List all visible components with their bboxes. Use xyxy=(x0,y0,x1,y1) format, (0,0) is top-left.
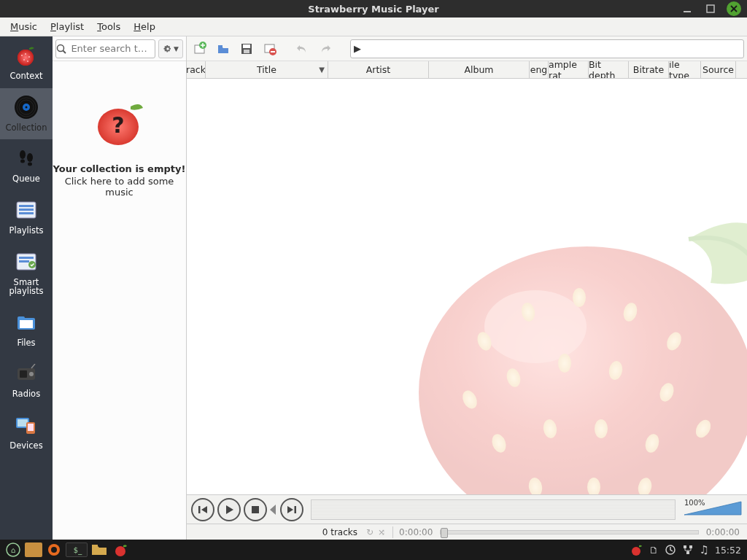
tray-strawberry-icon[interactable] xyxy=(630,543,643,556)
empty-title: Your collection is empty! xyxy=(53,163,186,174)
sidebar-item-label: Files xyxy=(0,338,53,348)
sidebar-item-collection[interactable]: Collection xyxy=(0,88,53,140)
sidebar-item-context[interactable]: Context xyxy=(0,36,53,88)
show-desktop-button[interactable] xyxy=(25,542,42,557)
sidebar-item-smart-playlists[interactable]: Smart playlists xyxy=(0,243,53,303)
svg-point-63 xyxy=(558,354,571,373)
footsteps-icon xyxy=(0,145,53,171)
column-header[interactable]: Title▼ xyxy=(206,61,328,78)
seek-thumb[interactable] xyxy=(441,528,448,538)
svg-point-10 xyxy=(27,61,28,62)
redo-button[interactable] xyxy=(315,39,336,58)
collection-options-button[interactable]: ▼ xyxy=(158,39,183,58)
svg-rect-22 xyxy=(19,209,34,211)
svg-point-82 xyxy=(115,546,125,556)
column-header[interactable]: ample rat xyxy=(549,61,589,78)
window-titlebar: Strawberry Music Player xyxy=(0,0,747,18)
svg-rect-49 xyxy=(243,44,250,48)
seek-slider[interactable] xyxy=(440,530,698,534)
svg-rect-76 xyxy=(295,506,297,513)
close-button[interactable] xyxy=(727,1,741,16)
path-bar[interactable]: ▶ xyxy=(350,39,744,58)
search-input[interactable] xyxy=(71,43,155,54)
svg-point-83 xyxy=(632,547,640,556)
time-elapsed: 0:00:00 xyxy=(396,527,436,537)
column-header[interactable]: ile type xyxy=(669,61,701,78)
strawberry-question-icon: ? xyxy=(90,98,149,149)
shuffle-icon[interactable]: ⤨ xyxy=(378,527,385,537)
svg-point-15 xyxy=(26,106,28,108)
strawberry-icon xyxy=(0,42,53,69)
collection-pane: ▼ ? Your collection is empty! Click here… xyxy=(53,36,187,540)
firefox-task[interactable] xyxy=(44,541,64,559)
svg-point-41 xyxy=(166,47,169,50)
system-taskbar: ⌂ $_ 🗋 ♫ 15:52 xyxy=(0,540,747,560)
repeat-icon[interactable]: ↻ xyxy=(366,527,374,537)
clock[interactable]: 15:52 xyxy=(712,545,744,556)
sidebar-item-files[interactable]: Files xyxy=(0,303,53,355)
column-header[interactable]: Source xyxy=(701,61,736,78)
search-input-wrapper[interactable] xyxy=(55,39,155,58)
track-count: 0 tracks xyxy=(191,527,362,537)
new-playlist-button[interactable] xyxy=(190,39,210,58)
path-arrow-icon: ▶ xyxy=(354,43,361,54)
save-playlist-button[interactable] xyxy=(236,39,257,58)
sidebar-item-playlists[interactable]: Playlists xyxy=(0,191,53,243)
smart-playlist-icon xyxy=(0,249,53,275)
svg-point-17 xyxy=(20,160,25,163)
sidebar-item-label: Devices xyxy=(0,441,53,451)
maximize-button[interactable] xyxy=(703,1,718,16)
menu-button[interactable]: ⌂ xyxy=(3,541,23,559)
sidebar-item-devices[interactable]: Devices xyxy=(0,406,53,458)
tray-battery-icon[interactable]: 🗋 xyxy=(649,545,659,556)
clear-playlist-button[interactable] xyxy=(260,39,280,58)
svg-point-5 xyxy=(18,50,34,66)
play-button[interactable] xyxy=(217,498,241,521)
stop-button[interactable] xyxy=(244,498,267,521)
folder-icon xyxy=(0,309,53,335)
sidebar-item-label: Queue xyxy=(0,174,53,184)
menu-music[interactable]: Music xyxy=(4,19,43,34)
files-task[interactable] xyxy=(89,541,109,559)
svg-rect-30 xyxy=(20,320,33,328)
column-header[interactable]: Artist xyxy=(328,61,429,78)
next-button[interactable] xyxy=(280,498,303,521)
svg-line-34 xyxy=(31,364,35,368)
search-icon xyxy=(56,44,71,54)
column-header[interactable]: Bitrate xyxy=(629,61,669,78)
terminal-task[interactable]: $_ xyxy=(66,542,88,557)
table-header: rackTitle▼ArtistAlbumengample ratBit dep… xyxy=(187,61,747,79)
undo-button[interactable] xyxy=(292,39,312,58)
system-tray: 🗋 ♫ xyxy=(627,543,712,556)
column-header[interactable]: Album xyxy=(429,61,530,78)
collection-empty-state[interactable]: ? Your collection is empty! Click here t… xyxy=(53,61,186,540)
menu-help[interactable]: Help xyxy=(128,19,161,34)
sidebar-item-label: Playlists xyxy=(0,226,53,236)
menu-tools[interactable]: Tools xyxy=(91,19,126,34)
volume-control[interactable]: 100% xyxy=(683,499,743,521)
minimize-button[interactable] xyxy=(680,1,694,16)
column-header[interactable]: rack xyxy=(187,61,206,78)
tray-update-icon[interactable] xyxy=(665,544,676,556)
strawberry-task[interactable] xyxy=(111,541,131,559)
svg-rect-0 xyxy=(684,11,691,12)
status-bar: 0 tracks ↻ ⤨ 0:00:00 0:00:00 xyxy=(187,524,747,540)
tray-sound-icon[interactable]: ♫ xyxy=(700,543,709,556)
open-playlist-button[interactable] xyxy=(213,39,233,58)
sidebar-item-radios[interactable]: Radios xyxy=(0,354,53,406)
svg-point-58 xyxy=(573,288,586,307)
window-controls xyxy=(680,1,741,16)
previous-button[interactable] xyxy=(191,498,214,521)
svg-text:?: ? xyxy=(112,112,124,138)
player-controls: 100% xyxy=(187,494,747,524)
column-header[interactable]: Bit depth xyxy=(589,61,629,78)
column-header[interactable]: eng xyxy=(530,61,549,78)
empty-subtitle: Click here to add some music xyxy=(53,176,186,198)
tray-network-icon[interactable] xyxy=(682,544,694,556)
track-waveform[interactable] xyxy=(311,499,676,520)
sidebar-item-queue[interactable]: Queue xyxy=(0,139,53,191)
svg-rect-85 xyxy=(684,545,686,548)
collection-toolbar: ▼ xyxy=(53,36,186,61)
playlist-content[interactable] xyxy=(187,79,747,494)
menu-playlist[interactable]: Playlist xyxy=(44,19,90,34)
